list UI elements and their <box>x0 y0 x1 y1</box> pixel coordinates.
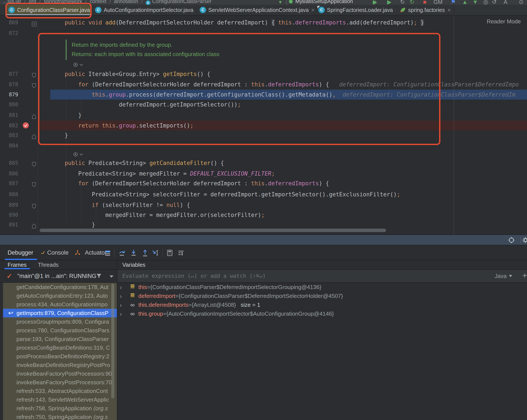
step-over-icon[interactable] <box>118 249 126 257</box>
chevron-down-icon[interactable] <box>80 63 83 66</box>
fold-icon[interactable] <box>32 202 37 208</box>
editor-tab-4[interactable]: CSpringFactoriesLoader.java× <box>315 5 396 15</box>
stack-frame[interactable]: processConfigBeanDefinitions:319, C <box>3 343 117 352</box>
stack-frame[interactable]: refresh:758, SpringApplication (org.s <box>3 404 117 413</box>
toolbar-icon[interactable]: ↻ <box>410 0 414 5</box>
breadcrumb-item[interactable]: context <box>90 0 106 4</box>
evaluate-expression-icon[interactable] <box>166 249 174 257</box>
breadcrumb-item[interactable]: org <box>29 0 36 4</box>
line-number[interactable]: 890 <box>0 210 18 220</box>
tab-threads[interactable]: Threads <box>38 260 58 269</box>
fold-icon[interactable] <box>32 112 37 118</box>
line-number[interactable]: 880 <box>0 99 18 110</box>
line-number[interactable]: 877 <box>0 69 18 79</box>
stack-frame[interactable]: invokeBeanFactoryPostProcessors:90 <box>3 369 117 378</box>
run-configuration-select[interactable]: MyBatisSetupApplication <box>286 0 375 5</box>
crosshair-icon[interactable] <box>508 237 515 243</box>
tab-console[interactable]: Console <box>47 245 69 260</box>
line-number[interactable]: 869 <box>0 18 18 27</box>
add-watch-button[interactable]: + <box>522 270 527 282</box>
variable-row[interactable]: ›∞this.deferredImports = {ArrayList@4508… <box>117 300 527 309</box>
expand-chevron-icon[interactable]: › <box>120 292 124 300</box>
override-icon[interactable] <box>73 152 82 157</box>
stack-frame[interactable]: refresh:533, AbstractApplicationCont <box>3 387 117 395</box>
stack-frame[interactable]: processGroupImports:809, Configura <box>3 317 117 326</box>
stack-frame[interactable]: refresh:143, ServletWebServerApplic <box>3 395 117 404</box>
editor-tab-1[interactable]: CConfigurationClassParser.java× <box>5 5 92 15</box>
filter-icon[interactable] <box>96 273 102 279</box>
line-number[interactable]: 881 <box>0 110 18 120</box>
fold-icon[interactable] <box>32 82 37 87</box>
fold-icon[interactable] <box>32 20 37 25</box>
close-icon[interactable]: × <box>311 7 315 13</box>
expand-chevron-icon[interactable]: › <box>120 309 124 318</box>
editor-tab-5[interactable]: spring.factories× <box>396 5 454 15</box>
layout-settings-icon[interactable] <box>177 249 185 257</box>
stack-frame[interactable]: refresh:750, SpringApplication (org.s <box>3 413 117 420</box>
fold-icon[interactable] <box>32 160 37 166</box>
line-number[interactable]: 879 <box>0 90 18 99</box>
line-number[interactable]: 872 <box>0 28 18 38</box>
toolbar-icon[interactable]: A <box>504 0 507 5</box>
fold-icon[interactable] <box>32 222 37 228</box>
toolbar-icon[interactable]: ▶ <box>387 0 391 5</box>
reader-mode-label[interactable]: Reader Mode <box>487 16 521 26</box>
step-into-icon[interactable] <box>130 249 137 257</box>
chevron-down-icon[interactable] <box>110 275 113 278</box>
layout-icon[interactable] <box>104 249 111 257</box>
tab-debugger[interactable]: Debugger <box>8 245 33 260</box>
line-number[interactable]: 888 <box>0 189 18 199</box>
toolbar-icon[interactable]: ■ <box>423 0 427 5</box>
variable-row[interactable]: ›deferredImport = {ConfigurationClassPar… <box>117 292 527 300</box>
line-number[interactable]: 884 <box>0 141 18 151</box>
toolbar-icon[interactable]: ↻ <box>400 0 405 5</box>
evaluate-expression-input[interactable]: Evaluate expression (↵) or add a watch (… <box>117 270 527 283</box>
variable-row[interactable]: ›∞this.group = {AutoConfigurationImportS… <box>117 309 527 318</box>
fold-icon[interactable] <box>32 181 37 186</box>
fold-icon[interactable] <box>32 71 37 77</box>
close-icon[interactable]: × <box>448 7 451 13</box>
chevron-down-icon[interactable] <box>80 152 83 156</box>
line-number[interactable]: 891 <box>0 220 18 230</box>
stack-frame[interactable]: getCandidateConfigurations:178, Aut <box>3 283 117 291</box>
thread-selector[interactable]: ✓ "main"@1 in ...ain": RUNNING <box>0 270 117 283</box>
expand-chevron-icon[interactable]: › <box>120 283 124 292</box>
tab-actuator[interactable]: Actuator <box>85 245 107 260</box>
breadcrumb-item[interactable]: springframework <box>44 0 82 4</box>
stack-frame[interactable]: getAutoConfigurationEntry:123, Auto <box>3 291 117 300</box>
horizontal-scrollbar[interactable] <box>40 229 386 232</box>
toolbar-icon[interactable]: ▼ <box>472 0 478 5</box>
editor-tab-2[interactable]: CAutoConfigurationImportSelector.java× <box>92 5 197 15</box>
language-selector[interactable]: Java <box>495 270 512 282</box>
frames-scrollbar[interactable] <box>111 284 114 398</box>
run-to-cursor-icon[interactable] <box>152 249 159 257</box>
stack-frame[interactable]: parse:193, ConfigurationClassParser <box>3 335 117 343</box>
breadcrumb[interactable]: ...sql.jar/org/springframework/context/a… <box>3 0 211 5</box>
line-number[interactable]: 882 <box>0 121 18 131</box>
code-editor[interactable]: 869 public void add(DeferredImportSelect… <box>0 16 527 234</box>
breakpoint-icon[interactable] <box>22 122 29 129</box>
toolbar-icon[interactable]: ⊙ <box>519 0 524 5</box>
toolbar-icon[interactable]: GM <box>433 0 443 5</box>
line-number[interactable]: 878 <box>0 79 18 89</box>
toolbar-icon[interactable]: ▶ <box>373 0 377 5</box>
stack-frame[interactable]: invokeBeanFactoryPostProcessors:70 <box>3 378 117 387</box>
toolbar-icon[interactable]: ↺ <box>492 0 497 5</box>
stack-frame[interactable]: ↩getImports:879, ConfigurationClassP <box>3 309 117 317</box>
stack-frame[interactable]: process:780, ConfigurationClassPars <box>3 326 117 335</box>
breadcrumb-item[interactable]: annotation <box>114 0 138 4</box>
stack-frame[interactable]: process:434, AutoConfigurationImpo <box>3 300 117 309</box>
stack-frame[interactable]: invokeBeanDefinitionRegistryPostPro <box>3 361 117 369</box>
toolbar-icon[interactable]: ▲ <box>462 0 468 5</box>
toolbar-icon[interactable]: ⚑ <box>451 0 456 5</box>
line-number[interactable]: 886 <box>0 169 18 179</box>
toolbar-icon[interactable]: ▾ <box>279 0 282 5</box>
fold-icon[interactable] <box>32 133 37 138</box>
line-number[interactable]: 889 <box>0 200 18 210</box>
line-number[interactable]: 885 <box>0 158 18 168</box>
editor-tab-3[interactable]: CServletWebServerApplicationContext.java… <box>197 5 315 15</box>
variable-row[interactable]: ›this = {ConfigurationClassParser$Deferr… <box>117 283 527 292</box>
expand-chevron-icon[interactable]: › <box>120 300 124 309</box>
breadcrumb-item[interactable]: ...sql.jar <box>3 0 21 4</box>
toolbar-icon[interactable]: ◎ <box>483 0 488 5</box>
